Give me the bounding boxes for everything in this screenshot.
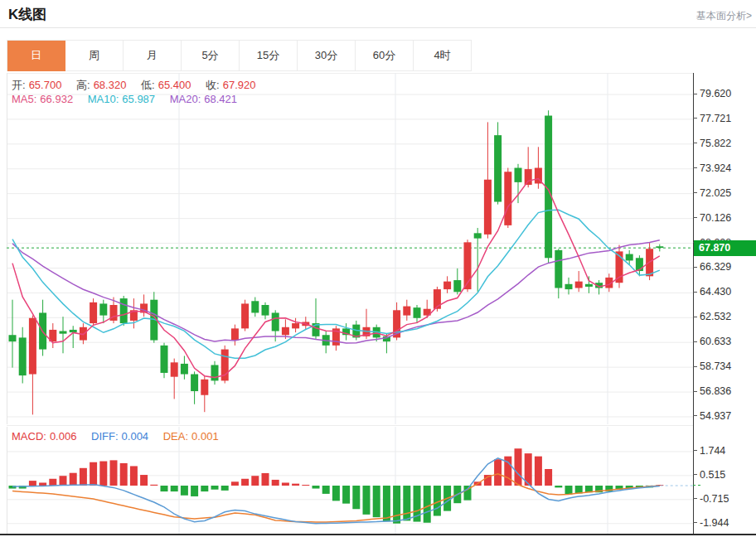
candle-body [272,312,279,331]
price-tick-label: 64.430 [693,286,731,298]
macd-zero-tick [693,485,700,486]
macd-bar [494,459,502,486]
candle-body [555,250,562,288]
macd-bar [120,463,128,486]
price-tick-label: 77.721 [693,113,731,124]
macd-bar [251,476,259,486]
macd-bar [373,486,380,517]
price-tick-label-text: 77.721 [700,113,731,124]
candle-body [9,335,17,341]
candle-body [201,380,208,395]
candle-body [99,303,107,315]
price-tick-label: 62.532 [693,311,731,322]
macd-bar [80,468,87,486]
macd-bar [150,485,158,486]
candle-body [120,298,128,323]
macd-bar [161,486,168,491]
fundamental-analysis-link[interactable]: 基本面分析> [696,9,752,23]
candle-body [161,346,168,373]
candle-body [565,284,573,289]
tab-15min[interactable]: 15分 [240,41,298,71]
macd-bar [535,457,542,486]
macd-bar [181,486,188,496]
macd-bar [140,475,148,486]
macd-bar [70,473,77,486]
candle-body [515,168,522,182]
macd-tick-label-text: -0.715 [700,493,729,505]
macd-bar [302,485,309,486]
macd-bar [99,462,107,486]
tick-dash [693,415,697,416]
dea-value: 0.001 [191,430,219,443]
open-label: 开: [12,79,26,91]
macd-bar [211,486,219,490]
candle-body [453,280,461,292]
macd-bar [383,486,390,521]
tick-dash [693,292,697,293]
tab-60min[interactable]: 60分 [356,41,414,71]
candle-body [494,135,502,201]
tab-30min[interactable]: 30分 [298,41,356,71]
price-tick-label: 58.734 [693,360,731,372]
macd-legend: MACD:0.006 DIFF:0.004 DEA:0.001 [12,430,222,443]
macd-bar [29,481,36,486]
macd-bar [60,476,67,486]
candle-body [474,233,482,238]
tick-dash [693,317,697,317]
macd-bar [352,486,360,509]
price-tick-label-text: 73.924 [700,162,731,174]
ma5-label: MA5: [12,93,36,105]
price-tick-label-text: 66.329 [700,261,731,273]
macd-chart[interactable] [7,427,693,535]
macd-bar [221,486,229,491]
candle-body [626,254,633,261]
macd-bar [191,486,198,496]
price-tick-label-text: 60.633 [700,336,731,347]
macd-tick-label: -0.715 [693,493,729,505]
candle-body [292,323,299,328]
tick-dash [693,94,697,94]
current-price-badge: 67.870 [694,240,756,256]
price-tick-label: 75.822 [693,138,731,149]
candle-body [90,302,97,323]
macd-bar [231,481,239,486]
low-value: 65.400 [158,79,191,91]
period-tabs: 日 周 月 5分 15分 30分 60分 4时 [7,40,472,71]
macd-bar [130,466,138,486]
candlestick-chart[interactable] [7,73,693,424]
price-tick-label: 56.836 [693,385,731,397]
macd-label: MACD: [12,430,46,443]
chart-bottom-border [0,534,756,535]
candle-body [484,180,492,235]
candle-body [211,365,219,380]
tick-dash [693,366,697,367]
tab-day[interactable]: 日 [7,41,65,71]
price-tick-label-text: 75.822 [700,138,731,149]
price-tick-label-text: 70.126 [700,212,731,224]
macd-tick-label-text: 0.515 [700,469,725,481]
price-tick-label: 72.025 [693,187,731,199]
price-tick-label: 79.620 [693,88,731,99]
tab-month[interactable]: 月 [124,41,182,71]
price-tick-label-text: 56.836 [700,385,731,397]
macd-bar [424,486,431,523]
tick-dash [693,391,697,392]
macd-bar [241,479,249,486]
ma10-label: MA10: [88,93,119,105]
tab-5min[interactable]: 5分 [182,41,240,71]
macd-bar [272,480,279,486]
macd-tick-label-text: 1.744 [700,445,725,457]
candle-body [60,331,67,334]
tab-4hour[interactable]: 4时 [414,41,472,71]
candle-body [231,328,239,340]
macd-tick-label: -1.944 [693,517,729,529]
close-label: 收: [206,79,220,91]
price-tick-label-text: 58.734 [700,360,731,372]
candle-body [656,246,663,248]
candle-body [443,282,451,289]
price-tick-label-text: 72.025 [700,187,731,199]
macd-bar [363,486,371,515]
ma20-label: MA20: [170,93,201,105]
tab-week[interactable]: 周 [65,41,124,71]
macd-bar [565,486,573,495]
